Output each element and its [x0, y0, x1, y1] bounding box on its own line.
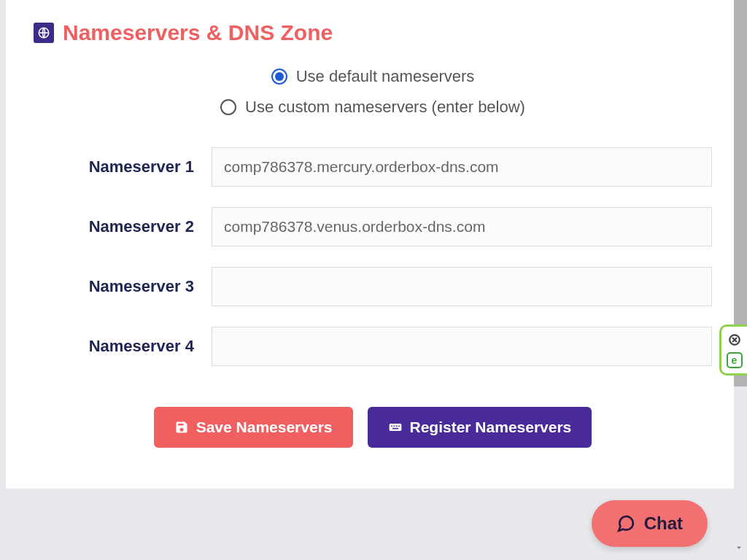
nameserver-row-3: Nameserver 3: [34, 267, 712, 306]
section-title: Nameservers & DNS Zone: [63, 20, 333, 45]
chat-button[interactable]: Chat: [592, 500, 708, 547]
nameserver-2-input[interactable]: [212, 207, 712, 246]
nameserver-mode-radio-group: Use default nameservers Use custom names…: [34, 67, 712, 117]
radio-label: Use default nameservers: [296, 67, 475, 86]
keyboard-icon: [388, 420, 403, 435]
nameserver-3-input[interactable]: [212, 267, 712, 306]
nameserver-4-input[interactable]: [212, 327, 712, 366]
radio-unselected-icon: [220, 99, 236, 115]
nameserver-row-2: Nameserver 2: [34, 207, 712, 246]
button-label: Register Nameservers: [410, 419, 572, 436]
button-label: Save Nameservers: [196, 419, 333, 436]
dns-zone-panel: Nameservers & DNS Zone Use default names…: [6, 0, 734, 489]
side-widget[interactable]: e: [719, 324, 747, 376]
chevron-down-icon[interactable]: [734, 542, 744, 556]
save-nameservers-button[interactable]: Save Nameservers: [154, 407, 353, 448]
radio-label: Use custom nameservers (enter below): [245, 98, 525, 117]
svg-rect-2: [391, 426, 392, 427]
svg-rect-3: [393, 426, 395, 427]
field-label: Nameserver 1: [34, 158, 194, 176]
field-label: Nameserver 3: [34, 277, 194, 296]
globe-book-icon: [34, 23, 54, 43]
field-label: Nameserver 4: [34, 337, 194, 356]
chat-label: Chat: [644, 513, 683, 534]
close-icon[interactable]: [727, 332, 742, 347]
chat-icon: [616, 514, 635, 533]
e-badge-icon[interactable]: e: [727, 352, 743, 368]
radio-selected-icon: [271, 69, 287, 85]
nameserver-fields: Nameserver 1 Nameserver 2 Nameserver 3 N…: [34, 147, 712, 366]
svg-rect-4: [395, 426, 397, 427]
section-header: Nameservers & DNS Zone: [34, 20, 712, 45]
svg-rect-6: [392, 428, 398, 429]
radio-default-nameservers[interactable]: Use default nameservers: [271, 67, 475, 86]
nameserver-1-input[interactable]: [212, 147, 712, 187]
field-label: Nameserver 2: [34, 217, 194, 236]
svg-rect-1: [389, 424, 401, 431]
radio-custom-nameservers[interactable]: Use custom nameservers (enter below): [220, 98, 525, 117]
nameserver-row-1: Nameserver 1: [34, 147, 712, 187]
register-nameservers-button[interactable]: Register Nameservers: [368, 407, 592, 448]
save-icon: [174, 420, 189, 435]
button-row: Save Nameservers Register Nameservers: [34, 407, 712, 448]
nameserver-row-4: Nameserver 4: [34, 327, 712, 366]
svg-rect-5: [398, 426, 400, 427]
